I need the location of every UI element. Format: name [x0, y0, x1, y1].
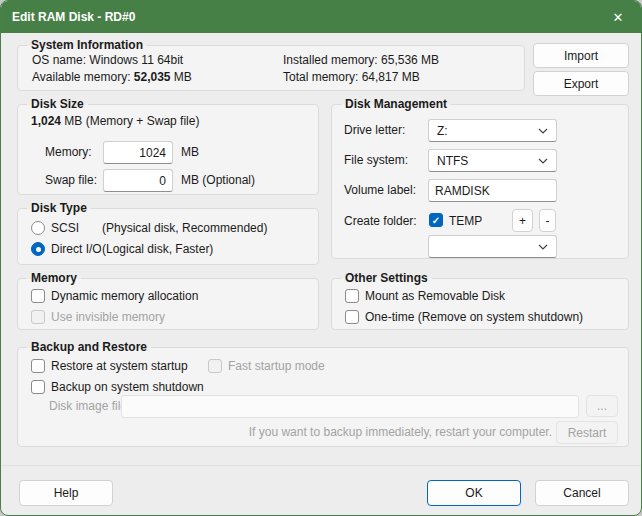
export-button[interactable]: Export	[533, 71, 629, 96]
system-information-title: System Information	[27, 37, 147, 53]
disk-management-title: Disk Management	[341, 96, 451, 112]
backup-shutdown-checkbox[interactable]	[31, 380, 45, 394]
ok-button[interactable]: OK	[427, 480, 521, 506]
memory-label: Memory:	[45, 145, 92, 160]
close-icon: ✕	[613, 10, 624, 25]
backup-shutdown-label[interactable]: Backup on system shutdown	[51, 380, 204, 395]
create-folder-temp-checkbox[interactable]: ✓	[429, 213, 443, 227]
available-memory-text: Available memory: 52,035 MB	[32, 70, 192, 85]
invisible-memory-label: Use invisible memory	[51, 310, 165, 325]
disk-size-title: Disk Size	[27, 96, 88, 112]
window-title: Edit RAM Disk - RD#0	[1, 10, 135, 24]
backup-restore-group: Backup and Restore Restore at system sta…	[17, 347, 629, 447]
scsi-description: (Physical disk, Recommended)	[102, 221, 267, 236]
disk-type-group: Disk Type SCSI (Physical disk, Recommend…	[17, 208, 319, 265]
drive-letter-select[interactable]: Z:	[428, 119, 557, 142]
os-name-text: OS name: Windows 11 64bit	[32, 53, 183, 68]
invisible-memory-checkbox	[31, 310, 45, 324]
fast-startup-checkbox	[208, 359, 222, 373]
dynamic-memory-label[interactable]: Dynamic memory allocation	[51, 289, 198, 304]
remove-folder-button[interactable]: -	[539, 209, 556, 232]
titlebar: Edit RAM Disk - RD#0	[1, 1, 641, 33]
memory-group: Memory Dynamic memory allocation Use inv…	[17, 278, 319, 330]
one-time-label[interactable]: One-time (Remove on system shutdown)	[365, 310, 583, 325]
disk-size-group: Disk Size 1,024 MB (Memory + Swap file) …	[17, 104, 319, 195]
memory-title: Memory	[27, 270, 81, 286]
chevron-down-icon	[538, 158, 548, 164]
direct-io-label[interactable]: Direct I/O	[51, 242, 102, 257]
scsi-label[interactable]: SCSI	[51, 221, 79, 236]
volume-label-label: Volume label:	[344, 183, 416, 198]
disk-image-file-label: Disk image file:	[49, 399, 130, 414]
one-time-checkbox[interactable]	[345, 310, 359, 324]
check-icon: ✓	[432, 215, 440, 226]
file-system-value: NTFS	[437, 154, 468, 168]
disk-management-group: Disk Management Drive letter: Z: File sy…	[331, 104, 629, 259]
memory-size-input[interactable]	[103, 141, 173, 164]
cancel-button[interactable]: Cancel	[535, 480, 629, 506]
direct-io-radio[interactable]	[31, 242, 45, 256]
extra-folder-select[interactable]	[428, 235, 557, 258]
memory-unit: MB	[181, 145, 199, 160]
file-system-select[interactable]: NTFS	[428, 149, 557, 172]
restore-startup-label[interactable]: Restore at system startup	[51, 359, 188, 374]
create-folder-temp-label[interactable]: TEMP	[449, 214, 482, 229]
browse-button: ...	[586, 395, 618, 417]
disk-size-total: 1,024 MB (Memory + Swap file)	[31, 114, 199, 129]
restart-button: Restart	[556, 421, 618, 444]
swap-file-label: Swap file:	[45, 173, 97, 188]
help-button[interactable]: Help	[19, 480, 113, 506]
drive-letter-label: Drive letter:	[344, 123, 405, 138]
chevron-down-icon	[538, 244, 548, 250]
disk-type-title: Disk Type	[27, 200, 91, 216]
mount-removable-checkbox[interactable]	[345, 289, 359, 303]
close-button[interactable]: ✕	[595, 1, 641, 33]
total-memory-text: Total memory: 64,817 MB	[283, 70, 420, 85]
backup-restore-title: Backup and Restore	[27, 339, 151, 355]
fast-startup-label: Fast startup mode	[228, 359, 325, 374]
backup-hint-text: If you want to backup immediately, resta…	[249, 425, 552, 440]
add-folder-button[interactable]: +	[512, 209, 533, 232]
drive-letter-value: Z:	[437, 124, 448, 138]
scsi-radio[interactable]	[31, 221, 45, 235]
disk-image-file-input	[121, 395, 579, 418]
swap-file-input[interactable]	[103, 169, 173, 192]
mount-removable-label[interactable]: Mount as Removable Disk	[365, 289, 505, 304]
dynamic-memory-checkbox[interactable]	[31, 289, 45, 303]
direct-io-description: (Logical disk, Faster)	[102, 242, 213, 257]
file-system-label: File system:	[344, 153, 408, 168]
restore-startup-checkbox[interactable]	[31, 359, 45, 373]
chevron-down-icon	[538, 128, 548, 134]
other-settings-group: Other Settings Mount as Removable Disk O…	[331, 278, 629, 330]
other-settings-title: Other Settings	[341, 270, 432, 286]
footer-separator	[1, 465, 641, 466]
system-information-group: System Information OS name: Windows 11 6…	[17, 45, 525, 91]
swap-unit: MB (Optional)	[181, 173, 255, 188]
installed-memory-text: Installed memory: 65,536 MB	[283, 53, 439, 68]
edit-ram-disk-dialog: Edit RAM Disk - RD#0 ✕ System Informatio…	[0, 0, 642, 516]
import-button[interactable]: Import	[533, 43, 629, 68]
available-memory-value: 52,035	[134, 70, 171, 84]
volume-label-input[interactable]	[428, 179, 557, 202]
create-folder-label: Create folder:	[344, 214, 417, 229]
